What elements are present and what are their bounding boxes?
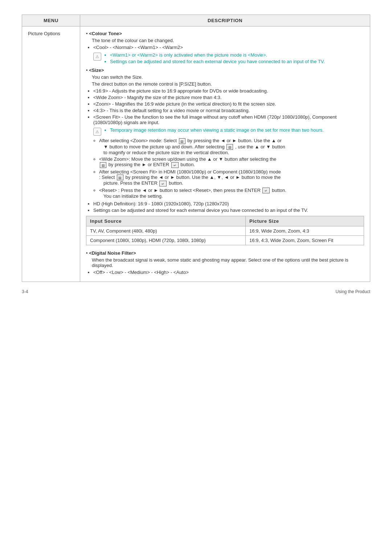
enter-icon-3: ↵ <box>262 188 270 193</box>
menu-cell: Picture Options <box>22 26 80 282</box>
size-note-box: Temporary image retention may occur when… <box>93 127 364 136</box>
digital-noise-section: • <Digital Noise Filter> When the broadc… <box>86 250 364 275</box>
screen-icon-2: ▤ <box>226 144 233 150</box>
input-source-table: Input Source Picture Size TV, AV, Compon… <box>86 216 364 245</box>
reset-text2: button. <box>272 188 286 193</box>
sub-table-header-size: Picture Size <box>246 216 364 226</box>
colour-tone-option-item: <Cool> - <Normal> - <Warm1> - <Warm2> <box>93 45 364 50</box>
menu-item-label: Picture Options <box>28 31 60 36</box>
size-option-43: <4:3> - This is the default setting for … <box>93 108 364 113</box>
wide-zoom-text3: button. <box>180 162 195 167</box>
size-note-icon <box>93 128 101 136</box>
wide-zoom-bullet: <Wide Zoom>: Move the screen up/down usi… <box>99 156 364 168</box>
screenfit-text-btn: button. <box>169 180 183 186</box>
colour-tone-section: • <Colour Tone> The tone of the colour c… <box>86 31 364 65</box>
colour-tone-note-content: <Warm1> or <Warm2> is only activated whe… <box>104 52 364 65</box>
size-note-1: Temporary image retention may occur when… <box>110 127 364 133</box>
size-option-widezoom: <Wide Zoom> - Magnify the size of the pi… <box>93 95 364 100</box>
colour-tone-notes: <Warm1> or <Warm2> is only activated whe… <box>110 52 364 64</box>
menu-header: MENU <box>22 15 80 26</box>
zoom-mode-text-after: , use the ▲ or ▼ button <box>235 144 285 149</box>
digital-noise-options: <Off> - <Low> - <Medium> - <High> - <Aut… <box>93 270 364 275</box>
settings-stored-bullet: Settings can be adjusted and stored for … <box>93 208 364 213</box>
size-desc1: You can switch the Size. <box>92 74 364 80</box>
page-footer: 3-4 Using the Product <box>22 289 370 294</box>
colour-tone-title: • <Colour Tone> <box>86 31 364 36</box>
screen-icon-1: ▤ <box>179 138 185 144</box>
page-wrapper: MENU DESCRIPTION Picture Options • <Colo… <box>22 15 370 294</box>
note-icon <box>93 53 101 61</box>
screenfit-text-end: picture. Press the ENTER <box>103 180 159 186</box>
size-1: 16:9, Wide Zoom, Zoom, 4:3 <box>246 226 364 236</box>
screenfit-text-mid: by pressing the ◄ or ► button. Use the ▲… <box>126 175 281 180</box>
colour-tone-note-2: Settings can be adjusted and stored for … <box>110 59 364 64</box>
colour-tone-note-1: <Warm1> or <Warm2> is only activated whe… <box>110 52 364 58</box>
size-notes: Temporary image retention may occur when… <box>110 127 364 133</box>
source-1: TV, AV, Component (480i, 480p) <box>86 226 246 236</box>
screen-icon-4: ▤ <box>117 175 123 180</box>
zoom-mode-bullet: After selecting <Zoom> mode: Select ▤ by… <box>99 138 364 155</box>
source-2: Component (1080i, 1080p), HDMI (720p, 10… <box>86 236 246 245</box>
size-2: 16:9, 4:3, Wide Zoom, Zoom, Screen Fit <box>246 236 364 245</box>
enter-icon-1: ↵ <box>171 162 179 168</box>
digital-noise-desc: When the broadcast signal is weak, some … <box>92 257 364 268</box>
colour-tone-note-box: <Warm1> or <Warm2> is only activated whe… <box>93 52 364 65</box>
screen-icon-3: ▤ <box>100 162 106 168</box>
size-option-169: <16:9> - Adjusts the picture size to 16:… <box>93 88 364 94</box>
digital-noise-option-item: <Off> - <Low> - <Medium> - <High> - <Aut… <box>93 270 364 275</box>
size-title: • <Size> <box>86 67 364 73</box>
size-sub-bullets: After selecting <Zoom> mode: Select ▤ by… <box>99 138 364 199</box>
reset-text3: You can initialize the setting. <box>103 193 163 199</box>
zoom-mode-text-end: to magnify or reduce the picture size in… <box>103 150 229 155</box>
table-row: Component (1080i, 1080p), HDMI (720p, 10… <box>86 236 364 245</box>
screenfit-text-pre: After selecting <Screen Fit> in HDMI (10… <box>99 169 281 175</box>
screenfit-text-select: : Select <box>99 175 116 180</box>
enter-icon-2: ↵ <box>159 181 167 186</box>
footer-chapter-title: Using the Product <box>336 289 370 294</box>
zoom-mode-text-mid: by pressing the ◄ or ► button. Use the ▲… <box>187 138 282 143</box>
colour-tone-options: <Cool> - <Normal> - <Warm1> - <Warm2> <box>93 45 364 50</box>
size-section: • <Size> You can switch the Size. The di… <box>86 67 364 245</box>
colour-tone-desc: The tone of the colour can be changed. <box>92 38 364 43</box>
sub-table-header-source: Input Source <box>86 216 246 226</box>
desc-header: DESCRIPTION <box>80 15 370 26</box>
screenfit-bullet: After selecting <Screen Fit> in HDMI (10… <box>99 169 364 186</box>
table-row: TV, AV, Component (480i, 480p) 16:9, Wid… <box>86 226 364 236</box>
size-options-list: <16:9> - Adjusts the picture size to 16:… <box>93 88 364 125</box>
desc-cell: • <Colour Tone> The tone of the colour c… <box>80 26 370 282</box>
size-option-screenfit: <Screen Fit> - Use the function to see t… <box>93 114 364 125</box>
size-desc2: The direct button on the remote control … <box>92 81 364 87</box>
wide-zoom-text2: by pressing the ► or ENTER <box>109 162 171 167</box>
zoom-mode-text-before: After selecting <Zoom> mode: Select <box>99 138 178 143</box>
reset-bullet: <Reset> : Press the ◄ or ► button to sel… <box>99 188 364 199</box>
size-option-zoom: <Zoom> - Magnifies the 16:9 wide picture… <box>93 101 364 107</box>
size-note-content: Temporary image retention may occur when… <box>104 127 364 134</box>
wide-zoom-text1: <Wide Zoom>: Move the screen up/down usi… <box>99 156 276 162</box>
reset-text1: <Reset> : Press the ◄ or ► button to sel… <box>99 188 262 193</box>
main-table: MENU DESCRIPTION Picture Options • <Colo… <box>22 15 370 282</box>
digital-noise-title: • <Digital Noise Filter> <box>86 250 364 256</box>
zoom-mode-text-cont: ▼ button to move the picture up and down… <box>103 144 226 149</box>
size-extra-bullets: HD (High Definition): 16:9 - 1080i (1920… <box>93 201 364 213</box>
hd-bullet: HD (High Definition): 16:9 - 1080i (1920… <box>93 201 364 206</box>
footer-page-number: 3-4 <box>22 289 28 294</box>
